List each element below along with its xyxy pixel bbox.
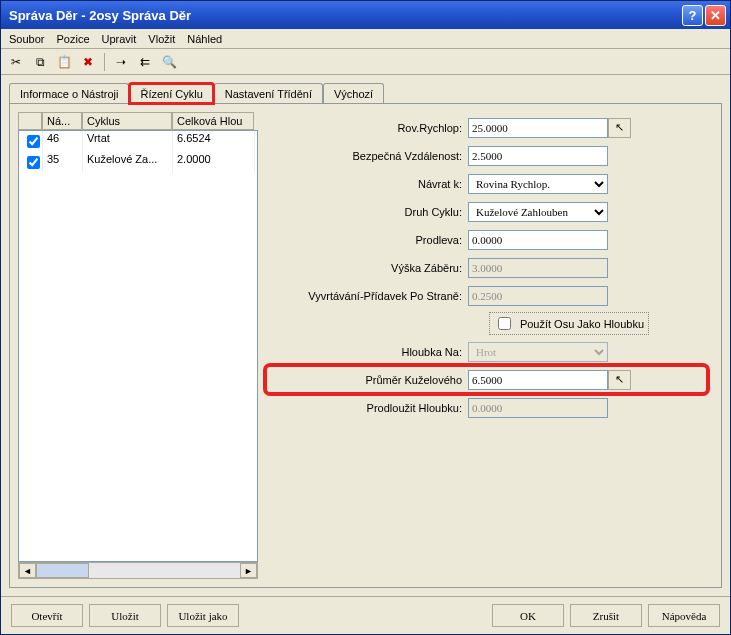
menu-file[interactable]: Soubor xyxy=(9,33,44,45)
cell-na: 46 xyxy=(43,131,83,152)
cut-icon[interactable]: ✂ xyxy=(5,52,27,72)
menu-position[interactable]: Pozice xyxy=(56,33,89,45)
vyvrt-input xyxy=(468,286,608,306)
grid-body: 46 Vrtat 6.6524 35 Kuželové Za... 2.0000 xyxy=(18,130,258,562)
prodl-label: Prodloužit Hloubku: xyxy=(268,402,468,414)
row-check[interactable] xyxy=(27,156,40,169)
navrat-select[interactable]: Rovina Rychlop. xyxy=(468,174,608,194)
druh-select[interactable]: Kuželové Zahlouben xyxy=(468,202,608,222)
cell-cycle: Kuželové Za... xyxy=(83,152,173,173)
menubar: Soubor Pozice Upravit Vložit Náhled xyxy=(1,29,730,49)
prumer-input[interactable] xyxy=(468,370,608,390)
prodleva-label: Prodleva: xyxy=(268,234,468,246)
tab-strip: Informace o Nástroji Řízení Cyklu Nastav… xyxy=(1,75,730,103)
cancel-button[interactable]: Zrušit xyxy=(570,604,642,627)
open-button[interactable]: Otevřít xyxy=(11,604,83,627)
tab-panel: Ná... Cyklus Celková Hlou 46 Vrtat 6.652… xyxy=(9,103,722,588)
scroll-thumb[interactable] xyxy=(36,563,89,578)
prumer-row: Průměr Kuželového ↖ xyxy=(268,368,705,391)
osu-label: Použít Osu Jako Hloubku xyxy=(520,318,644,330)
cell-na: 35 xyxy=(43,152,83,173)
bezp-input[interactable] xyxy=(468,146,608,166)
saveas-button[interactable]: Uložit jako xyxy=(167,604,239,627)
copy-icon[interactable]: ⧉ xyxy=(29,52,51,72)
menu-edit[interactable]: Upravit xyxy=(102,33,137,45)
druh-label: Druh Cyklu: xyxy=(268,206,468,218)
tab-default[interactable]: Výchozí xyxy=(323,83,384,104)
cell-depth: 2.0000 xyxy=(173,152,255,173)
rov-label: Rov.Rychlop: xyxy=(268,122,468,134)
col-depth[interactable]: Celková Hlou xyxy=(172,112,254,130)
osu-checkbox-wrap[interactable]: Použít Osu Jako Hloubku xyxy=(489,312,649,335)
col-check[interactable] xyxy=(18,112,42,130)
menu-insert[interactable]: Vložit xyxy=(148,33,175,45)
tool-b-icon[interactable]: ⇇ xyxy=(134,52,156,72)
grid-header: Ná... Cyklus Celková Hlou xyxy=(18,112,258,130)
close-button[interactable]: ✕ xyxy=(705,5,726,26)
toolbar: ✂ ⧉ 📋 ✖ ➝ ⇇ 🔍 xyxy=(1,49,730,75)
form: Rov.Rychlop: ↖ Bezpečná Vzdálenost: Návr… xyxy=(268,112,713,579)
save-button[interactable]: Uložit xyxy=(89,604,161,627)
hloubka-label: Hloubka Na: xyxy=(268,346,468,358)
window: Správa Děr - 2osy Správa Děr ? ✕ Soubor … xyxy=(0,0,731,635)
bezp-label: Bezpečná Vzdálenost: xyxy=(268,150,468,162)
paste-icon[interactable]: 📋 xyxy=(53,52,75,72)
ok-button[interactable]: OK xyxy=(492,604,564,627)
navrat-label: Návrat k: xyxy=(268,178,468,190)
grid: Ná... Cyklus Celková Hlou 46 Vrtat 6.652… xyxy=(18,112,258,579)
h-scrollbar[interactable]: ◄ ► xyxy=(18,562,258,579)
window-title: Správa Děr - 2osy Správa Děr xyxy=(5,8,680,23)
help-button[interactable]: ? xyxy=(682,5,703,26)
rov-picker[interactable]: ↖ xyxy=(608,118,631,138)
col-na[interactable]: Ná... xyxy=(42,112,82,130)
row-check[interactable] xyxy=(27,135,40,148)
prumer-picker[interactable]: ↖ xyxy=(608,370,631,390)
scroll-track[interactable] xyxy=(89,563,241,578)
col-cycle[interactable]: Cyklus xyxy=(82,112,172,130)
osu-checkbox[interactable] xyxy=(498,317,511,330)
vyska-input xyxy=(468,258,608,278)
delete-icon[interactable]: ✖ xyxy=(77,52,99,72)
tab-sort[interactable]: Nastavení Třídění xyxy=(214,83,323,104)
separator xyxy=(104,53,105,71)
help-footer-button[interactable]: Nápověda xyxy=(648,604,720,627)
tool-a-icon[interactable]: ➝ xyxy=(110,52,132,72)
cell-depth: 6.6524 xyxy=(173,131,255,152)
tab-info[interactable]: Informace o Nástroji xyxy=(9,83,129,104)
prodl-input xyxy=(468,398,608,418)
cell-cycle: Vrtat xyxy=(83,131,173,152)
tab-cycle[interactable]: Řízení Cyklu xyxy=(129,83,213,104)
prodleva-input[interactable] xyxy=(468,230,608,250)
scroll-right-icon[interactable]: ► xyxy=(240,563,257,578)
vyska-label: Výška Záběru: xyxy=(268,262,468,274)
rov-input[interactable] xyxy=(468,118,608,138)
hloubka-select: Hrot xyxy=(468,342,608,362)
menu-view[interactable]: Náhled xyxy=(187,33,222,45)
table-row[interactable]: 46 Vrtat 6.6524 xyxy=(19,131,257,152)
footer: Otevřít Uložit Uložit jako OK Zrušit Náp… xyxy=(1,596,730,634)
tool-c-icon[interactable]: 🔍 xyxy=(158,52,180,72)
table-row[interactable]: 35 Kuželové Za... 2.0000 xyxy=(19,152,257,173)
scroll-left-icon[interactable]: ◄ xyxy=(19,563,36,578)
vyvrt-label: Vyvrtávání-Přídavek Po Straně: xyxy=(268,290,468,302)
titlebar: Správa Děr - 2osy Správa Děr ? ✕ xyxy=(1,1,730,29)
prumer-label: Průměr Kuželového xyxy=(268,374,468,386)
